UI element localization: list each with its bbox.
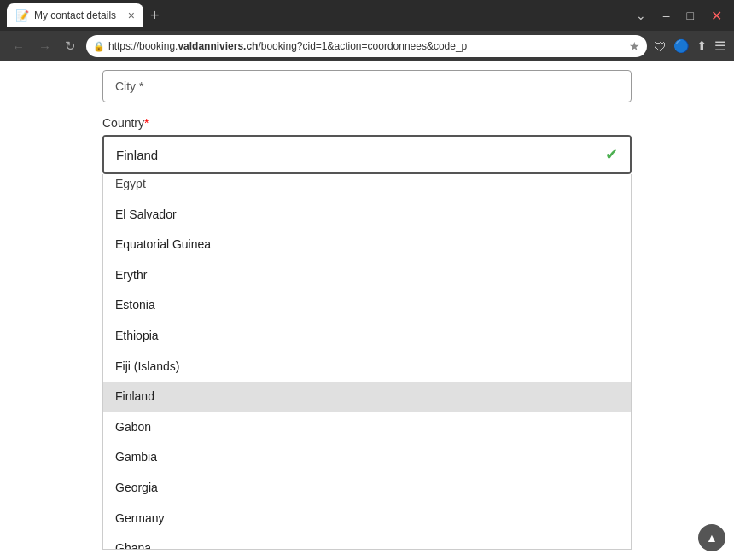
address-text: https://booking.valdanniviers.ch/booking…	[108, 40, 626, 52]
country-label-text: Country	[102, 116, 144, 130]
dropdown-item[interactable]: Georgia	[103, 473, 631, 504]
checkmark-icon: ✔	[605, 145, 618, 164]
scroll-up-button[interactable]: ▲	[698, 524, 725, 551]
dropdown-item[interactable]: Equatorial Guinea	[103, 230, 631, 260]
close-button[interactable]: ✕	[706, 6, 727, 26]
page-content: City * Country* Finland ✔ EgyptEl Salvad…	[0, 61, 734, 560]
dropdown-arrow-icon[interactable]: ⌄	[631, 7, 651, 24]
city-section: City *	[102, 61, 632, 102]
city-label-text: City *	[115, 79, 143, 93]
bookmark-icon[interactable]: ★	[629, 39, 640, 53]
extensions-icon[interactable]: ⬆	[696, 38, 708, 54]
required-star: *	[144, 116, 149, 130]
browser-navbar: ← → ↻ 🔒 https://booking.valdanniviers.ch…	[0, 31, 734, 61]
dropdown-item[interactable]: Gabon	[103, 412, 631, 443]
shield-icon[interactable]: 🛡	[654, 39, 667, 54]
dropdown-item[interactable]: Finland	[103, 382, 631, 412]
active-tab[interactable]: 📝 My contact details ×	[7, 3, 143, 27]
new-tab-button[interactable]: +	[147, 7, 163, 25]
dropdown-item[interactable]: Ethiopia	[103, 321, 631, 352]
country-select-box[interactable]: Finland ✔	[102, 135, 632, 174]
dropdown-item[interactable]: Fiji (Islands)	[103, 352, 631, 382]
minimize-button[interactable]: –	[658, 7, 675, 24]
back-button[interactable]: ←	[9, 38, 28, 55]
browser-titlebar: 📝 My contact details × + ⌄ – □ ✕	[0, 0, 734, 31]
menu-icon[interactable]: ☰	[714, 38, 725, 54]
maximize-button[interactable]: □	[682, 7, 699, 24]
dropdown-item[interactable]: Erythr	[103, 260, 631, 291]
dropdown-list[interactable]: EgyptEl SalvadorEquatorial GuineaErythrE…	[102, 174, 632, 550]
country-select-value: Finland	[116, 148, 158, 162]
refresh-button[interactable]: ↻	[61, 37, 79, 55]
tab-title: My contact details	[34, 9, 116, 21]
forward-button[interactable]: →	[35, 38, 55, 55]
dropdown-item[interactable]: El Salvador	[103, 200, 631, 230]
tab-favicon-icon: 📝	[15, 9, 29, 22]
city-label: City *	[115, 79, 143, 93]
lock-icon: 🔒	[93, 41, 105, 52]
dropdown-item[interactable]: Egypt	[103, 174, 631, 200]
dropdown-item[interactable]: Gambia	[103, 442, 631, 473]
dropdown-item[interactable]: Estonia	[103, 290, 631, 321]
dropdown-item[interactable]: Ghana	[103, 534, 631, 550]
address-bar[interactable]: 🔒 https://booking.valdanniviers.ch/booki…	[86, 35, 647, 57]
tab-bar: 📝 My contact details × +	[7, 3, 626, 27]
scroll-up-icon: ▲	[706, 531, 718, 545]
window-controls: ⌄ – □ ✕	[631, 6, 727, 26]
navbar-right-icons: 🛡 🔵 ⬆ ☰	[654, 38, 725, 54]
profile-icon[interactable]: 🔵	[673, 38, 690, 54]
country-label-row: Country*	[102, 116, 632, 130]
city-input-wrapper[interactable]: City *	[102, 70, 632, 102]
dropdown-item[interactable]: Germany	[103, 504, 631, 534]
tab-close-icon[interactable]: ×	[128, 9, 135, 22]
